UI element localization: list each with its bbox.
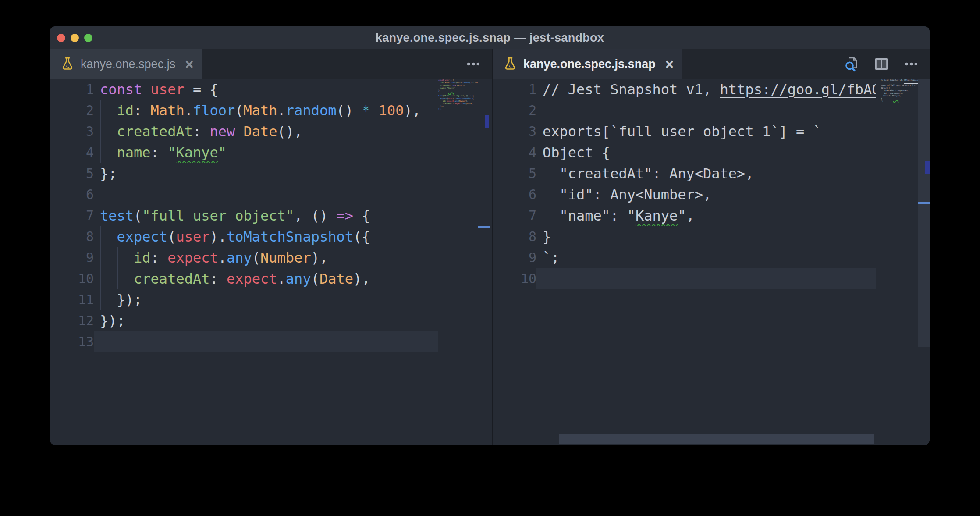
beaker-flask-icon (60, 57, 75, 71)
line-number: 4 (493, 142, 536, 163)
line-content: "createdAt": Any<Date>, (536, 163, 876, 184)
line-content (94, 184, 438, 205)
line-content: exports[`full user object 1`] = ` (536, 121, 876, 142)
indent-guide (543, 184, 543, 205)
line-content: }); (94, 289, 438, 310)
line-content: } (536, 226, 876, 247)
code-line[interactable]: 13 (50, 331, 492, 352)
line-content: name: "Kanye" (94, 142, 438, 163)
code-line[interactable]: 9 id: expect.any(Number), (50, 247, 492, 268)
tab-bar-right[interactable]: kanye.one.spec.js.snap × (493, 49, 930, 79)
file-search-icon[interactable] (843, 55, 860, 73)
indent-guide (100, 121, 101, 142)
close-window-button[interactable] (57, 34, 65, 42)
code-line[interactable]: 8 expect(user).toMatchSnapshot({ (50, 226, 492, 247)
minimap-left[interactable]: const user = { id: Math.floor(Math.rando… (438, 79, 478, 113)
tab-kanye-one-spec-js[interactable]: kanye.one.spec.js × (50, 49, 202, 79)
line-content: "id": Any<Number>, (536, 184, 876, 205)
tab-kanye-one-spec-js-snap[interactable]: kanye.one.spec.js.snap × (493, 49, 682, 79)
title-bar[interactable]: kanye.one.spec.js.snap — jest-sandbox (50, 26, 930, 49)
code-line[interactable]: 1// Jest Snapshot v1, https://goo.gl/fbA… (493, 79, 930, 100)
tab-bar-left[interactable]: kanye.one.spec.js × (50, 49, 492, 79)
minimap-line (438, 110, 478, 113)
vertical-scrollbar-thumb[interactable] (918, 79, 930, 347)
code-line[interactable]: 3exports[`full user object 1`] = ` (493, 121, 930, 142)
window-title: kanye.one.spec.js.snap — jest-sandbox (376, 31, 604, 45)
tab-actions-left (465, 49, 492, 79)
tab-label: kanye.one.spec.js (81, 57, 175, 71)
line-content (536, 268, 876, 289)
code-line[interactable]: 9`; (493, 247, 930, 268)
indent-guide (543, 163, 543, 184)
indent-guide (100, 247, 101, 268)
editor-area: kanye.one.spec.js × 1const user = {2 id:… (50, 49, 930, 445)
indent-guide (117, 268, 118, 289)
editor-left[interactable]: 1const user = {2 id: Math.floor(Math.ran… (50, 79, 492, 445)
line-content: const user = { (94, 79, 438, 100)
horizontal-scrollbar-thumb[interactable] (559, 434, 874, 444)
line-number: 12 (50, 310, 94, 331)
tab-actions-right (843, 49, 930, 79)
close-tab-icon[interactable]: × (665, 57, 674, 71)
tab-label: kanye.one.spec.js.snap (523, 57, 656, 71)
line-content: }); (94, 310, 438, 331)
code-line[interactable]: 5}; (50, 163, 492, 184)
indent-guide (543, 205, 543, 226)
code-line[interactable]: 1const user = { (50, 79, 492, 100)
more-actions-button[interactable] (465, 55, 482, 73)
indent-guide (100, 226, 101, 247)
line-number: 8 (50, 226, 94, 247)
code-right: 1// Jest Snapshot v1, https://goo.gl/fbA… (493, 79, 930, 445)
zoom-window-button[interactable] (84, 34, 92, 42)
line-number: 10 (493, 268, 536, 289)
line-content (536, 100, 876, 121)
line-number: 11 (50, 289, 94, 310)
overview-ruler-mark (485, 115, 489, 128)
code-line[interactable]: 2 (493, 100, 930, 121)
beaker-flask-icon (503, 57, 517, 71)
editor-group-right: kanye.one.spec.js.snap × (493, 49, 930, 445)
split-editor-icon[interactable] (873, 55, 890, 73)
code-line[interactable]: 5 "createdAt": Any<Date>, (493, 163, 930, 184)
code-line[interactable]: 10 (493, 268, 930, 289)
line-number: 2 (493, 100, 536, 121)
line-number: 10 (50, 268, 94, 289)
more-actions-button[interactable] (902, 55, 920, 73)
line-number: 7 (50, 205, 94, 226)
code-line[interactable]: 2 id: Math.floor(Math.random() * 100), (50, 100, 492, 121)
indent-guide (100, 142, 101, 163)
line-number: 5 (50, 163, 94, 184)
line-number: 6 (50, 184, 94, 205)
line-number: 5 (493, 163, 536, 184)
code-line[interactable]: 8} (493, 226, 930, 247)
minimap-right[interactable]: // Jest Snapshot v1, https://goo.gl/fbAQ… (881, 79, 918, 105)
indent-guide (100, 289, 101, 310)
code-line[interactable]: 6 (50, 184, 492, 205)
line-number: 4 (50, 142, 94, 163)
editor-right[interactable]: 1// Jest Snapshot v1, https://goo.gl/fbA… (493, 79, 930, 445)
code-line[interactable]: 4 name: "Kanye" (50, 142, 492, 163)
minimap-line (881, 103, 918, 105)
line-content: Object { (536, 142, 876, 163)
code-line[interactable]: 6 "id": Any<Number>, (493, 184, 930, 205)
editor-group-left: kanye.one.spec.js × 1const user = {2 id:… (50, 49, 492, 445)
code-line[interactable]: 4Object { (493, 142, 930, 163)
indent-guide (100, 268, 101, 289)
code-line[interactable]: 12}); (50, 310, 492, 331)
code-line[interactable]: 10 createdAt: expect.any(Date), (50, 268, 492, 289)
minimize-window-button[interactable] (71, 34, 79, 42)
line-content: id: Math.floor(Math.random() * 100), (94, 100, 438, 121)
line-content: id: expect.any(Number), (94, 247, 438, 268)
line-number: 7 (493, 205, 536, 226)
line-number: 1 (493, 79, 536, 100)
line-number: 1 (50, 79, 94, 100)
line-number: 9 (50, 247, 94, 268)
code-line[interactable]: 3 createdAt: new Date(), (50, 121, 492, 142)
code-line[interactable]: 7 "name": "Kanye", (493, 205, 930, 226)
overview-ruler-cursor-mark (478, 226, 490, 228)
line-number: 6 (493, 184, 536, 205)
code-line[interactable]: 7test("full user object", () => { (50, 205, 492, 226)
close-tab-icon[interactable]: × (185, 57, 193, 71)
indent-guide (117, 247, 118, 268)
code-line[interactable]: 11 }); (50, 289, 492, 310)
